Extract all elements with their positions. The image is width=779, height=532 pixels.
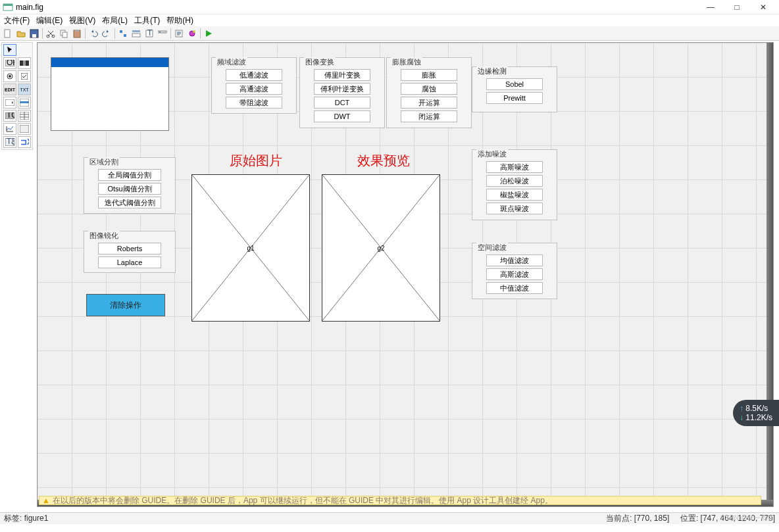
panel-spatial: 空间滤波 均值滤波 高斯滤波 中值滤波 — [472, 243, 557, 299]
menu-layout[interactable]: 布局(L) — [101, 14, 129, 27]
close-button[interactable]: 闭运算 — [401, 110, 457, 122]
mean-filter-button[interactable]: 均值滤波 — [486, 254, 543, 266]
svg-rect-13 — [132, 30, 140, 32]
open-icon[interactable] — [15, 28, 27, 39]
property-inspector-icon[interactable] — [186, 28, 198, 39]
global-thresh-button[interactable]: 全局阈值分割 — [98, 169, 161, 181]
median-filter-button[interactable]: 中值滤波 — [486, 282, 543, 294]
dct-button[interactable]: DCT — [314, 97, 370, 109]
gauss-filter-button[interactable]: 高斯滤波 — [486, 268, 543, 280]
svg-rect-32 — [5, 112, 14, 119]
otsu-button[interactable]: Otsu阈值分割 — [98, 183, 161, 195]
close-button[interactable]: ✕ — [750, 0, 776, 14]
menu-edit[interactable]: 编辑(E) — [35, 14, 64, 27]
lowpass-button[interactable]: 低通滤波 — [226, 69, 282, 81]
clear-button[interactable]: 清除操作 — [86, 294, 165, 316]
open-button[interactable]: 开运算 — [401, 97, 457, 109]
radio-tool-icon[interactable] — [3, 70, 16, 82]
cut-icon[interactable] — [45, 28, 57, 39]
new-icon[interactable] — [2, 28, 14, 39]
toggle-tool-icon[interactable]: TGL — [3, 110, 16, 122]
buttongroup-tool-icon[interactable]: Tξ — [3, 136, 16, 148]
svg-text:Tξ: Tξ — [7, 138, 14, 146]
roberts-button[interactable]: Roberts — [98, 243, 161, 254]
maximize-button[interactable]: □ — [724, 0, 750, 14]
align-icon[interactable] — [117, 28, 129, 39]
run-icon[interactable] — [203, 28, 214, 39]
axes-g1[interactable]: g1 — [191, 174, 310, 322]
iterative-thresh-button[interactable]: 迭代式阈值分割 — [98, 197, 161, 208]
listbox[interactable] — [51, 57, 169, 131]
svg-rect-14 — [132, 34, 140, 37]
panel-morphology: 膨胀腐蚀 膨胀 腐蚀 开运算 闭运算 — [386, 57, 472, 128]
undo-icon[interactable] — [88, 28, 99, 39]
tab-order-icon[interactable]: T — [143, 28, 155, 39]
minimize-button[interactable]: — — [697, 0, 724, 14]
pushbutton-tool-icon[interactable]: OK — [3, 57, 16, 69]
checkbox-tool-icon[interactable] — [18, 70, 31, 82]
redo-icon[interactable] — [101, 28, 113, 39]
popup-tool-icon[interactable] — [3, 97, 16, 109]
toolbar-editor-icon[interactable] — [157, 28, 168, 39]
menu-editor-icon[interactable] — [130, 28, 142, 39]
panel-title: 图像锐化 — [88, 231, 120, 241]
network-speed-badge: 8.5K/s 11.2K/s — [733, 400, 779, 426]
svg-rect-31 — [20, 101, 29, 103]
panel-title: 边缘检测 — [476, 66, 508, 76]
table-tool-icon[interactable] — [18, 110, 31, 122]
listbox-tool-icon[interactable] — [18, 97, 31, 109]
svg-text:⊐X: ⊐X — [20, 138, 29, 146]
menu-view[interactable]: 视图(V) — [68, 14, 97, 27]
axes-tag: g1 — [247, 245, 254, 252]
ifft-button[interactable]: 傅利叶逆变换 — [314, 83, 370, 95]
svg-rect-25 — [23, 60, 26, 66]
svg-rect-34 — [20, 112, 29, 120]
paste-icon[interactable] — [71, 28, 83, 39]
highpass-button[interactable]: 高通滤波 — [226, 83, 282, 95]
poisson-noise-button[interactable]: 泊松噪波 — [486, 175, 543, 187]
panel-tool-icon[interactable] — [18, 123, 31, 135]
slider-tool-icon[interactable] — [18, 57, 31, 69]
fft-button[interactable]: 傅里叶变换 — [314, 69, 370, 81]
axes-tool-icon[interactable] — [3, 123, 16, 135]
svg-rect-4 — [32, 34, 36, 37]
copy-icon[interactable] — [58, 28, 70, 39]
svg-rect-3 — [30, 30, 38, 37]
save-icon[interactable] — [28, 28, 40, 39]
bandstop-button[interactable]: 带阻滤波 — [226, 97, 282, 109]
activex-tool-icon[interactable]: ⊐X — [18, 136, 31, 148]
edit-tool-icon[interactable]: EDIT — [3, 84, 16, 95]
menu-file[interactable]: 文件(F) — [3, 14, 31, 27]
svg-rect-10 — [75, 30, 79, 32]
svg-point-26 — [7, 74, 13, 79]
dilate-button[interactable]: 膨胀 — [401, 69, 457, 81]
text-tool-icon[interactable]: TXT — [18, 84, 31, 95]
design-canvas[interactable]: 频域滤波 低通滤波 高通滤波 带阻滤波 图像变换 傅里叶变换 傅利叶逆变换 DC… — [37, 42, 774, 507]
svg-point-21 — [193, 30, 195, 33]
panel-title: 添加噪波 — [476, 149, 508, 159]
status-tag: 标签: figure1 — [4, 513, 48, 524]
panel-title: 膨胀腐蚀 — [391, 57, 422, 67]
svg-rect-24 — [20, 60, 29, 66]
select-tool-icon[interactable] — [3, 44, 16, 56]
menu-tools[interactable]: 工具(T) — [133, 14, 161, 27]
prewitt-button[interactable]: Prewitt — [486, 92, 543, 104]
gauss-noise-button[interactable]: 高斯噪波 — [486, 161, 543, 173]
dwt-button[interactable]: DWT — [314, 110, 370, 122]
status-point: 当前点: [770, 185] — [606, 514, 669, 523]
component-palette: OK EDIT TXT TGL Tξ ⊐X — [1, 42, 33, 150]
laplace-button[interactable]: Laplace — [98, 256, 161, 268]
sobel-button[interactable]: Sobel — [486, 78, 543, 90]
svg-rect-29 — [5, 99, 14, 106]
editor-icon[interactable] — [173, 28, 185, 39]
menu-help[interactable]: 帮助(H) — [165, 14, 195, 27]
svg-rect-12 — [124, 34, 126, 37]
svg-rect-18 — [159, 32, 161, 32]
saltpepper-noise-button[interactable]: 椒盐噪波 — [486, 189, 543, 201]
erode-button[interactable]: 腐蚀 — [401, 83, 457, 95]
svg-rect-8 — [63, 32, 67, 37]
svg-text:OK: OK — [7, 60, 14, 66]
speckle-noise-button[interactable]: 斑点噪波 — [486, 203, 543, 214]
svg-text:TGL: TGL — [7, 112, 14, 119]
axes-g2[interactable]: g2 — [322, 174, 440, 322]
